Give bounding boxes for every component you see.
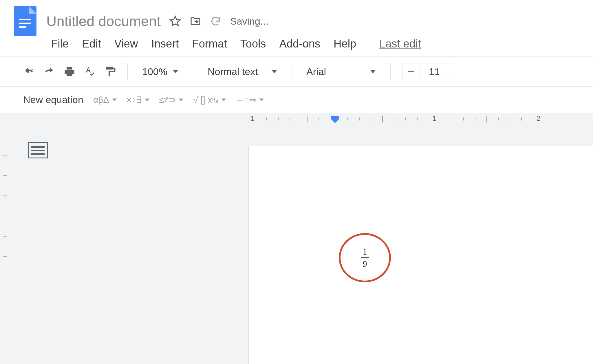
chevron-down-icon xyxy=(173,69,178,74)
vertical-ruler[interactable] xyxy=(0,126,9,364)
paragraph-style-value: Normal text xyxy=(208,66,258,77)
ops-label: ×÷∃ xyxy=(127,95,142,105)
chevron-down-icon xyxy=(370,69,376,74)
toolbar-separator xyxy=(390,63,391,80)
canvas-area: 1 9 xyxy=(0,126,593,364)
chevron-down-icon xyxy=(271,69,277,74)
ruler-number: 1 xyxy=(250,114,254,122)
redo-icon[interactable] xyxy=(43,66,55,77)
equation-toolbar: New equation αβΔ ×÷∃ ≤≠⊃ √ [] xⁿₐ ←↑⇒ xyxy=(0,87,593,113)
equation-relations-combo[interactable]: ≤≠⊃ xyxy=(159,95,184,105)
chevron-down-icon xyxy=(222,98,226,102)
menu-view[interactable]: View xyxy=(114,38,138,50)
last-edit-link[interactable]: Last edit xyxy=(379,38,421,50)
menu-format[interactable]: Format xyxy=(192,38,227,50)
cloud-sync-icon xyxy=(210,15,222,27)
fraction-bar xyxy=(361,257,369,258)
menu-addons[interactable]: Add-ons xyxy=(279,38,321,50)
main-toolbar: 100% Normal text Arial − 11 xyxy=(0,56,593,87)
menu-help[interactable]: Help xyxy=(334,38,356,50)
toolbar-separator xyxy=(292,63,292,80)
spellcheck-icon[interactable] xyxy=(84,66,96,77)
saving-status: Saving... xyxy=(230,16,268,27)
horizontal-ruler[interactable]: 1 1 2 xyxy=(0,113,593,126)
chevron-down-icon xyxy=(112,98,117,102)
toolbar-separator xyxy=(193,63,193,80)
svg-marker-1 xyxy=(331,116,339,123)
zoom-value: 100% xyxy=(142,66,167,77)
indent-marker-icon[interactable] xyxy=(330,116,340,123)
greek-label: αβΔ xyxy=(93,95,109,105)
document-page[interactable]: 1 9 xyxy=(249,146,593,364)
rel-label: ≤≠⊃ xyxy=(159,95,176,105)
document-title[interactable]: Untitled document xyxy=(46,13,161,29)
font-size-decrease[interactable]: − xyxy=(402,63,420,80)
new-equation-button[interactable]: New equation xyxy=(23,94,83,105)
fraction-numerator: 1 xyxy=(363,247,367,257)
arrows-label: ←↑⇒ xyxy=(236,95,256,105)
menu-tools[interactable]: Tools xyxy=(240,38,266,50)
font-value: Arial xyxy=(306,66,326,77)
paragraph-style-combo[interactable]: Normal text xyxy=(205,66,280,77)
font-size-value[interactable]: 11 xyxy=(420,63,449,80)
equation-fraction[interactable]: 1 9 xyxy=(361,247,369,269)
equation-misc-combo[interactable]: √ [] xⁿₐ xyxy=(193,95,226,105)
zoom-combo[interactable]: 100% xyxy=(139,66,181,77)
toolbar-separator xyxy=(127,63,128,80)
menu-edit[interactable]: Edit xyxy=(82,38,101,50)
equation-ops-combo[interactable]: ×÷∃ xyxy=(127,95,149,105)
undo-icon[interactable] xyxy=(23,66,35,77)
menu-bar: File Edit View Insert Format Tools Add-o… xyxy=(0,36,593,56)
star-icon[interactable] xyxy=(169,15,181,27)
equation-greek-combo[interactable]: αβΔ xyxy=(93,95,117,105)
font-size-group: − 11 xyxy=(402,63,449,80)
font-combo[interactable]: Arial xyxy=(303,66,379,77)
chevron-down-icon xyxy=(259,98,264,102)
print-icon[interactable] xyxy=(64,66,75,77)
document-outline-icon[interactable] xyxy=(28,142,48,158)
paint-format-icon[interactable] xyxy=(104,66,116,77)
docs-logo[interactable] xyxy=(14,6,36,36)
chevron-down-icon xyxy=(145,98,149,102)
misc-label: √ [] xⁿₐ xyxy=(193,95,219,105)
menu-insert[interactable]: Insert xyxy=(151,38,179,50)
annotation-circle: 1 9 xyxy=(339,233,391,282)
move-folder-icon[interactable] xyxy=(190,15,201,27)
equation-arrows-combo[interactable]: ←↑⇒ xyxy=(236,95,264,105)
chevron-down-icon xyxy=(179,98,183,102)
ruler-number: 1 xyxy=(432,114,436,122)
svg-marker-0 xyxy=(170,16,180,25)
document-outline-pane xyxy=(0,126,249,364)
title-bar: Untitled document Saving... xyxy=(0,0,593,36)
ruler-number: 2 xyxy=(537,114,540,122)
fraction-denominator: 9 xyxy=(363,259,367,269)
menu-file[interactable]: File xyxy=(51,38,69,50)
